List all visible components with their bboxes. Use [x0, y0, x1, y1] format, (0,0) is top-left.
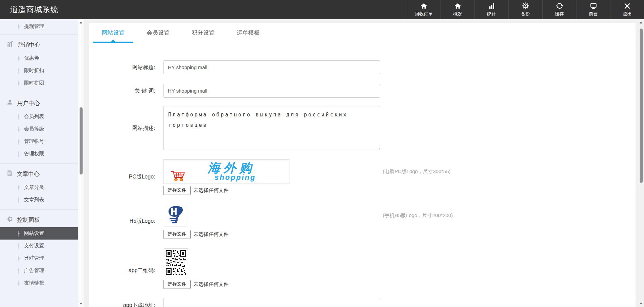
sidebar-item-withdraw-manage[interactable]: ├ 提现管理 [0, 20, 78, 33]
site-title-input[interactable] [163, 60, 380, 74]
sidebar-item-friend-links[interactable]: ├ 友情链接 [0, 277, 78, 289]
branch-tick-icon: ├ [17, 24, 19, 29]
site-description-textarea[interactable]: Платформа обратного выкупа для российски… [163, 106, 380, 150]
scroll-down-arrow-icon[interactable] [640, 303, 642, 305]
sidebar-item-label: 文章列表 [24, 197, 44, 203]
sidebar-item-label: 优惠券 [24, 55, 39, 61]
branch-tick-icon: ├ [17, 139, 19, 144]
h5-logo-preview-image [164, 204, 187, 227]
branch-tick-icon: ├ [17, 56, 19, 61]
user-icon [7, 99, 13, 107]
sidebar-item-site-settings[interactable]: ├ 网站设置 [0, 227, 78, 240]
sidebar-section-articles[interactable]: 文章中心 [0, 166, 78, 181]
logout-close-icon [624, 2, 631, 10]
branch-tick-icon: ├ [17, 152, 19, 156]
branch-tick-icon: ├ [17, 244, 19, 248]
branch-tick-icon: ├ [17, 81, 19, 86]
topmenu-stats[interactable]: 统计 [474, 0, 508, 19]
sidebar-item-admin-accounts[interactable]: ├ 管理帐号 [0, 135, 78, 148]
branch-tick-icon: ├ [17, 268, 19, 273]
scroll-down-arrow-icon[interactable] [80, 303, 82, 305]
sidebar-section-label: 文章中心 [17, 170, 40, 178]
sidebar-item-nav-manage[interactable]: ├ 导航管理 [0, 252, 78, 264]
h5-logo-label: H5版Logo: [96, 214, 155, 228]
h5-logo-no-file-text: 未选择任何文件 [193, 231, 229, 238]
top-bar: 逍遥商城系统 回收订单 概况 统计 [0, 0, 644, 19]
sidebar-item-group-buy[interactable]: ├ 限时拼团 [0, 77, 78, 89]
sidebar-section-users[interactable]: 用户中心 [0, 96, 78, 110]
tab-waybill-template[interactable]: 运单模板 [228, 23, 268, 43]
h5-logo-hint: (手机H5版Logo，尺寸200*200) [383, 212, 453, 219]
sidebar-item-member-level[interactable]: ├ 会员等级 [0, 123, 78, 135]
sidebar-item-label: 广告管理 [24, 267, 44, 274]
sidebar-item-label: 文章分类 [24, 184, 44, 191]
pc-logo-sub-text: shopping [215, 173, 256, 182]
cache-refresh-icon [556, 2, 563, 10]
sidebar-item-admin-permissions[interactable]: ├ 管理权限 [0, 148, 78, 160]
sidebar-item-member-list[interactable]: ├ 会员列表 [0, 110, 78, 123]
backup-gear-icon [522, 2, 530, 10]
sidebar-scrollbar-thumb[interactable] [80, 107, 83, 174]
branch-tick-icon: ├ [17, 198, 19, 202]
pc-logo-choose-file-button[interactable]: 选择文件 [163, 186, 191, 195]
tab-site-settings[interactable]: 网站设置 [93, 23, 133, 43]
app-qr-choose-file-button[interactable]: 选择文件 [163, 280, 191, 289]
sidebar-section-control-panel[interactable]: 控制面板 [0, 212, 78, 227]
branch-tick-icon: ├ [17, 185, 19, 190]
sidebar-section-marketing[interactable]: 营销中心 [0, 37, 78, 52]
topmenu-frontend[interactable]: 前台 [576, 0, 610, 19]
top-menu: 回收订单 概况 统计 [407, 0, 644, 19]
sidebar-item-ads-manage[interactable]: ├ 广告管理 [0, 264, 78, 277]
sidebar-item-label: 管理帐号 [24, 138, 44, 145]
pc-logo-upload: 选择文件 未选择任何文件 [163, 186, 229, 195]
overview-home-icon [454, 2, 462, 10]
app-qr-no-file-text: 未选择任何文件 [193, 281, 229, 288]
h5-logo-choose-file-button[interactable]: 选择文件 [163, 230, 191, 239]
pc-logo-hint: (电脑PC版Logo，尺寸300*55) [383, 168, 451, 175]
settings-card: 网站设置 会员设置 积分设置 运单模板 网站标题: 关 键 词: 网站描述: П… [89, 23, 636, 307]
sidebar-scrollbar[interactable] [78, 19, 84, 307]
pc-logo-no-file-text: 未选择任何文件 [193, 187, 229, 194]
sidebar-item-article-categories[interactable]: ├ 文章分类 [0, 181, 78, 194]
frontend-monitor-icon [590, 2, 597, 10]
page-scrollbar-thumb[interactable] [640, 29, 643, 183]
app-url-label: app下载地址: [96, 298, 155, 307]
scroll-up-arrow-icon[interactable] [80, 21, 82, 23]
sidebar-item-label: 管理权限 [24, 151, 44, 157]
hy-monogram-logo-icon [166, 205, 186, 226]
page-scrollbar[interactable] [638, 19, 644, 307]
topmenu-label: 前台 [589, 11, 598, 17]
sidebar-item-coupons[interactable]: ├ 优惠券 [0, 52, 78, 64]
tab-points-settings[interactable]: 积分设置 [183, 23, 223, 43]
tab-member-settings[interactable]: 会员设置 [138, 23, 178, 43]
sidebar-item-label: 友情链接 [24, 280, 44, 286]
keywords-label: 关 键 词: [96, 84, 155, 98]
sidebar-item-label: 支付设置 [24, 243, 44, 249]
topmenu-recycle-orders[interactable]: 回收订单 [407, 0, 441, 19]
scroll-up-arrow-icon[interactable] [640, 21, 642, 23]
branch-tick-icon: ├ [17, 231, 19, 236]
topmenu-label: 概况 [453, 11, 462, 17]
topmenu-backup[interactable]: 备份 [508, 0, 542, 19]
document-icon [7, 170, 12, 178]
h5-logo-upload: 选择文件 未选择任何文件 [163, 229, 229, 239]
sidebar-item-article-list[interactable]: ├ 文章列表 [0, 194, 78, 206]
topmenu-logout[interactable]: 退出 [610, 0, 644, 19]
topmenu-label: 缓存 [555, 11, 564, 17]
recycle-orders-home-icon [420, 2, 428, 10]
sidebar-item-label: 会员列表 [24, 113, 44, 120]
app-url-input[interactable] [163, 298, 380, 307]
sidebar-item-payment-settings[interactable]: ├ 支付设置 [0, 240, 78, 252]
sidebar-divider [0, 163, 78, 164]
branch-tick-icon: ├ [17, 256, 19, 261]
topmenu-label: 统计 [487, 11, 496, 17]
keywords-input[interactable] [163, 84, 380, 98]
site-description-label: 网站描述: [96, 106, 155, 150]
sidebar-item-flash-discount[interactable]: ├ 限时折扣 [0, 64, 78, 77]
settings-tabs: 网站设置 会员设置 积分设置 运单模板 [89, 23, 636, 43]
topmenu-cache[interactable]: 缓存 [542, 0, 576, 19]
sidebar-section-label: 营销中心 [17, 41, 40, 49]
app-title: 逍遥商城系统 [0, 4, 58, 15]
sidebar-section-label: 用户中心 [17, 99, 40, 107]
topmenu-overview[interactable]: 概况 [441, 0, 474, 19]
